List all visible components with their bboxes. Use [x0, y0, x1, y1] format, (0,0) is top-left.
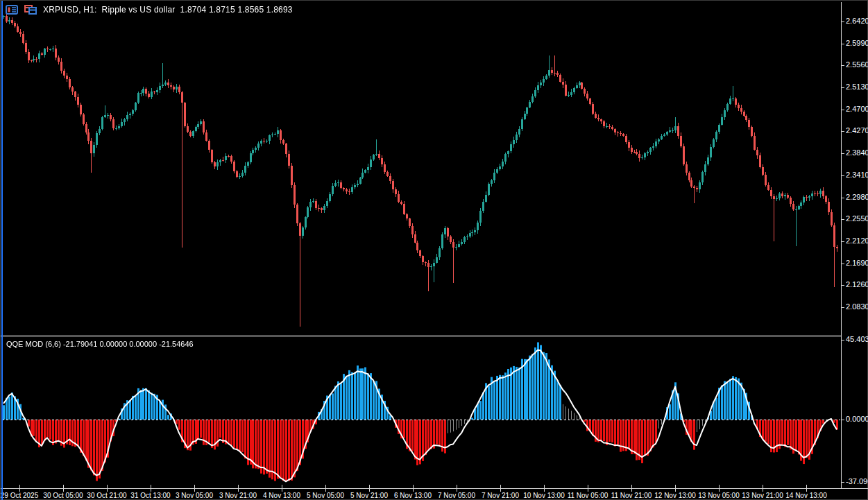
- price-axis-label: 2.0830: [846, 302, 868, 311]
- window-left-border: [1, 1, 3, 500]
- price-axis-label: 2.2980: [846, 193, 868, 201]
- chart-title-bar: XRPUSD, H1: Ripple vs US dollar 1.8704 1…: [6, 5, 293, 15]
- price-axis-label: 2.5990: [846, 39, 868, 47]
- indicator-axis-label: -37.09619: [846, 477, 868, 485]
- chart-title: XRPUSD, H1: Ripple vs US dollar 1.8704 1…: [43, 5, 293, 15]
- price-axis-label: 2.4700: [846, 105, 868, 113]
- price-axis-tick: [841, 21, 844, 22]
- chart-windows-icon[interactable]: [24, 5, 37, 15]
- price-axis-tick: [841, 87, 844, 88]
- price-axis-tick: [841, 264, 844, 264]
- price-axis-line: [841, 2, 842, 488]
- indicator-axis-tick: [841, 340, 844, 340]
- price-axis-tick: [841, 44, 844, 44]
- price-axis-label: 2.1260: [846, 280, 868, 288]
- price-axis-tick: [841, 307, 844, 308]
- price-axis-tick: [841, 241, 844, 242]
- price-axis-tick: [841, 219, 844, 220]
- price-axis-label: 2.2120: [846, 236, 868, 245]
- indicator-axis-label: 45.40356: [846, 335, 868, 343]
- price-axis-label: 2.2550: [846, 214, 868, 223]
- time-axis-line: [1, 488, 868, 489]
- price-axis-label: 2.1690: [846, 259, 868, 267]
- price-axis-tick: [841, 153, 844, 154]
- indicator-axis-tick: [841, 420, 844, 420]
- price-axis-tick: [841, 198, 844, 198]
- pane-separator[interactable]: [1, 335, 841, 337]
- indicator-label: QQE MOD (6,6) -21.79041 0.00000 0.00000 …: [6, 340, 194, 348]
- chart-window: XRPUSD, H1: Ripple vs US dollar 1.8704 1…: [0, 0, 868, 500]
- indicator-axis-tick: [841, 482, 844, 483]
- price-axis-tick: [841, 131, 844, 132]
- price-axis-tick: [841, 175, 844, 176]
- time-axis-label: 14 Nov 13:00: [780, 492, 833, 499]
- price-axis-label: 2.4270: [846, 126, 868, 135]
- price-axis-tick: [841, 110, 844, 110]
- price-axis-label: 2.3840: [846, 148, 868, 157]
- price-axis-tick: [841, 285, 844, 286]
- price-axis-label: 2.5130: [846, 83, 868, 91]
- price-axis-tick: [841, 65, 844, 66]
- price-axis-label: 2.3410: [846, 171, 868, 179]
- price-axis-label: 2.5560: [846, 60, 868, 69]
- qqe-indicator-canvas[interactable]: [2, 337, 841, 488]
- price-axis-label: 2.6420: [846, 17, 868, 25]
- charts-list-icon[interactable]: [6, 5, 18, 15]
- price-chart-canvas[interactable]: [2, 2, 841, 335]
- indicator-axis-label: 0.00000: [846, 415, 868, 423]
